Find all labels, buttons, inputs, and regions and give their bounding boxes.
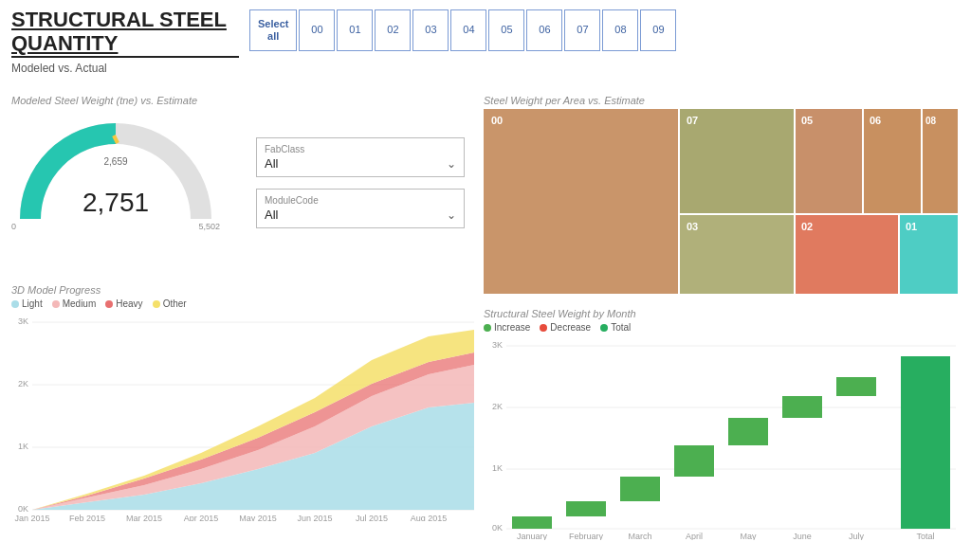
svg-text:January: January: [517, 532, 548, 540]
page-subtitle: Modeled vs. Actual: [11, 62, 239, 75]
fabclass-dropdown[interactable]: FabClass All ⌄: [256, 137, 465, 177]
svg-text:3K: 3K: [18, 316, 28, 326]
filter-btn-01[interactable]: 01: [337, 9, 373, 51]
modulecode-label: ModuleCode: [265, 195, 456, 206]
legend-decrease: Decrease: [540, 322, 591, 333]
filter-btn-09[interactable]: 09: [640, 9, 676, 51]
legend-increase: Increase: [484, 322, 530, 333]
legend-label-other: Other: [163, 298, 187, 309]
bar-july: [836, 377, 876, 396]
svg-text:Apr 2015: Apr 2015: [184, 514, 219, 521]
svg-text:0K: 0K: [492, 523, 503, 533]
treemap-title: Steel Weight per Area vs. Estimate: [484, 95, 958, 106]
treemap-svg: 00 07 03 05 06 08 02 01: [484, 109, 958, 294]
legend-label-decrease: Decrease: [550, 322, 591, 333]
legend-dot-decrease: [540, 324, 547, 332]
gauge-max: 5,502: [198, 222, 220, 231]
treemap-section: Steel Weight per Area vs. Estimate 00 07…: [484, 95, 958, 303]
svg-text:Total: Total: [916, 532, 934, 540]
svg-text:0K: 0K: [18, 504, 28, 514]
treemap-cell-00[interactable]: [484, 109, 678, 294]
legend-label-light: Light: [22, 298, 43, 309]
bar-march: [620, 477, 660, 501]
modulecode-chevron-icon: ⌄: [447, 208, 456, 222]
legend-label-heavy: Heavy: [116, 298, 142, 309]
svg-text:July: July: [849, 532, 865, 540]
svg-text:02: 02: [801, 221, 813, 232]
area-chart-section: 3D Model Progress Light Medium Heavy Oth…: [11, 284, 476, 540]
gauge-value: 2,751: [82, 188, 149, 218]
gauge-axis-labels: 0 5,502: [11, 222, 220, 231]
legend-heavy: Heavy: [105, 298, 142, 309]
svg-text:06: 06: [870, 115, 881, 126]
header: STRUCTURAL STEEL QUANTITY Modeled vs. Ac…: [11, 8, 239, 75]
svg-text:Aug 2015: Aug 2015: [411, 514, 448, 521]
filter-btn-00[interactable]: 00: [299, 9, 335, 51]
svg-text:07: 07: [687, 115, 698, 126]
area-chart-svg: 3K 2K 1K 0K Jan 2015 Feb 2015 Mar 2015 A…: [11, 313, 476, 521]
svg-text:2,659: 2,659: [103, 156, 127, 167]
page-title: STRUCTURAL STEEL QUANTITY: [11, 8, 239, 58]
filter-btn-03[interactable]: 03: [412, 9, 449, 51]
legend-other: Other: [153, 298, 187, 309]
waterfall-legend: Increase Decrease Total: [484, 322, 958, 333]
fabclass-chevron-icon: ⌄: [447, 157, 456, 171]
svg-text:Jan 2015: Jan 2015: [14, 514, 49, 521]
legend-label-increase: Increase: [494, 322, 530, 333]
svg-text:Feb 2015: Feb 2015: [69, 514, 105, 521]
legend-label-total: Total: [611, 322, 631, 333]
svg-text:March: March: [628, 532, 651, 540]
waterfall-title: Structural Steel Weight by Month: [484, 308, 958, 319]
modulecode-dropdown[interactable]: ModuleCode All ⌄: [256, 189, 465, 228]
legend-medium: Medium: [52, 298, 97, 309]
bar-april: [674, 445, 714, 477]
legend-dot-medium: [52, 300, 60, 308]
bar-may: [728, 418, 768, 445]
svg-text:2K: 2K: [18, 379, 28, 388]
svg-text:February: February: [569, 532, 604, 540]
svg-text:Jul 2015: Jul 2015: [356, 514, 388, 521]
dropdowns-section: FabClass All ⌄ ModuleCode All ⌄: [256, 137, 465, 240]
legend-dot-total: [600, 324, 608, 332]
gauge-min: 0: [11, 222, 16, 231]
filter-btn-08[interactable]: 08: [602, 9, 638, 51]
modulecode-value: All: [265, 208, 278, 222]
svg-text:1K: 1K: [492, 463, 503, 473]
legend-dot-light: [11, 300, 19, 308]
legend-dot-other: [153, 300, 160, 308]
legend-light: Light: [11, 298, 43, 309]
select-all-button[interactable]: Selectall: [249, 9, 297, 51]
waterfall-svg: 3K 2K 1K 0K January February March: [484, 336, 958, 540]
fabclass-label: FabClass: [265, 144, 456, 154]
filter-btn-07[interactable]: 07: [564, 9, 600, 51]
bar-february: [566, 501, 606, 516]
gauge-chart: 2,659 2,751 0 5,502: [11, 110, 220, 233]
svg-text:2K: 2K: [492, 402, 503, 411]
filter-btn-05[interactable]: 05: [488, 9, 524, 51]
area-chart-title: 3D Model Progress: [11, 284, 476, 296]
gauge-section: Modeled Steel Weight (tne) vs. Estimate …: [11, 95, 239, 233]
svg-text:05: 05: [801, 115, 813, 126]
svg-text:Mar 2015: Mar 2015: [126, 514, 162, 521]
filter-bar: Selectall 00 01 02 03 04 05 06 07 08 09: [249, 9, 676, 51]
svg-text:June: June: [793, 532, 812, 540]
svg-text:08: 08: [925, 116, 937, 126]
area-chart-legend: Light Medium Heavy Other: [11, 298, 476, 309]
svg-text:3K: 3K: [492, 340, 503, 350]
bar-january: [512, 516, 552, 529]
filter-btn-06[interactable]: 06: [526, 9, 562, 51]
gauge-title: Modeled Steel Weight (tne) vs. Estimate: [11, 95, 239, 106]
bar-june: [782, 396, 822, 418]
svg-text:1K: 1K: [18, 442, 28, 451]
svg-text:03: 03: [687, 221, 698, 232]
svg-text:May 2015: May 2015: [239, 514, 277, 521]
svg-text:01: 01: [906, 221, 917, 232]
filter-btn-04[interactable]: 04: [450, 9, 486, 51]
svg-text:00: 00: [491, 115, 503, 126]
waterfall-section: Structural Steel Weight by Month Increas…: [484, 308, 958, 550]
svg-text:Jun 2015: Jun 2015: [297, 514, 332, 521]
filter-btn-02[interactable]: 02: [375, 9, 411, 51]
bar-total: [901, 356, 950, 529]
legend-total: Total: [600, 322, 631, 333]
legend-label-medium: Medium: [63, 298, 97, 309]
